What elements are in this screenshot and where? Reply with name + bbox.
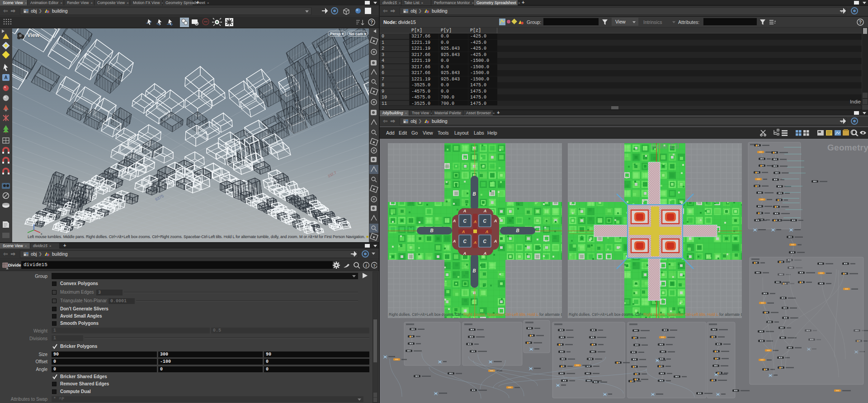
svg-text:9375: 9375 [154,194,164,202]
svg-text:232.7: 232.7 [327,170,337,178]
svg-text:?: ? [370,20,373,25]
svg-text:?: ? [373,263,376,268]
svg-text:?: ? [859,20,862,25]
svg-text:A: A [4,75,7,80]
svg-text:i: i [366,263,367,268]
